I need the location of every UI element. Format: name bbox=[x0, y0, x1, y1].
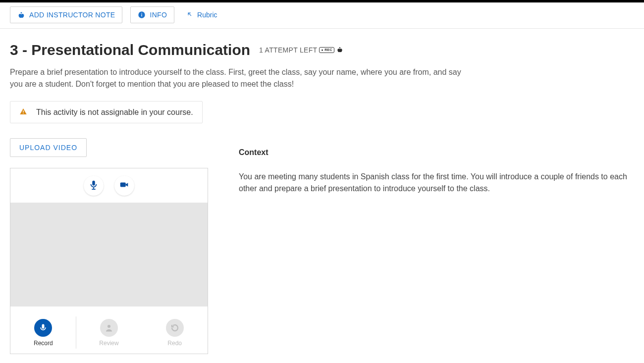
main-row: UPLOAD VIDEO bbox=[10, 138, 634, 354]
warning-icon bbox=[19, 107, 27, 117]
add-instructor-note-button[interactable]: ADD INSTRUCTOR NOTE bbox=[10, 6, 122, 23]
svg-rect-2 bbox=[142, 13, 142, 13]
video-camera-icon bbox=[119, 179, 130, 192]
svg-rect-3 bbox=[23, 110, 23, 112]
mic-toggle-button[interactable] bbox=[84, 176, 104, 196]
warning-text: This activity is not assignable in your … bbox=[36, 108, 193, 117]
apple-icon bbox=[17, 11, 25, 19]
rec-badge-icon: ● REC bbox=[319, 47, 334, 53]
toolbar: ADD INSTRUCTOR NOTE INFO Rubric bbox=[0, 2, 644, 29]
svg-rect-7 bbox=[120, 182, 126, 187]
activity-description: Prepare a brief presentation to introduc… bbox=[10, 66, 471, 90]
add-instructor-note-label: ADD INSTRUCTOR NOTE bbox=[29, 11, 115, 19]
attempts-left: 1 ATTEMPT LEFT ● REC bbox=[259, 46, 343, 54]
arrow-up-left-icon bbox=[186, 11, 193, 19]
rubric-label: Rubric bbox=[197, 11, 217, 19]
context-text: You are meeting many students in Spanish… bbox=[239, 171, 634, 195]
redo-control: Redo bbox=[142, 311, 208, 354]
redo-label: Redo bbox=[167, 340, 182, 347]
recorder-top-controls bbox=[10, 168, 208, 203]
left-column: UPLOAD VIDEO bbox=[10, 138, 218, 354]
rubric-link[interactable]: Rubric bbox=[182, 9, 221, 21]
upload-video-label: UPLOAD VIDEO bbox=[19, 144, 77, 152]
svg-rect-6 bbox=[92, 189, 95, 190]
svg-rect-4 bbox=[23, 113, 23, 113]
camera-toggle-button[interactable] bbox=[114, 176, 134, 196]
redo-icon bbox=[166, 319, 184, 337]
review-icon bbox=[100, 319, 118, 337]
info-button[interactable]: INFO bbox=[130, 6, 174, 23]
video-preview-area bbox=[10, 203, 208, 306]
svg-rect-1 bbox=[142, 14, 142, 17]
recorder-bottom-controls: Record Review Redo bbox=[10, 306, 208, 354]
info-icon bbox=[138, 11, 146, 19]
upload-video-button[interactable]: UPLOAD VIDEO bbox=[10, 138, 87, 157]
recorder-widget: Record Review Redo bbox=[10, 168, 208, 354]
warning-box: This activity is not assignable in your … bbox=[10, 101, 203, 123]
activity-title: 3 - Presentational Communication bbox=[10, 42, 250, 58]
apple-indicator-icon bbox=[336, 46, 343, 54]
review-control: Review bbox=[76, 311, 142, 354]
info-label: INFO bbox=[150, 11, 167, 19]
attempts-text: 1 ATTEMPT LEFT bbox=[259, 46, 317, 54]
review-label: Review bbox=[99, 340, 118, 347]
svg-point-8 bbox=[107, 325, 110, 328]
title-row: 3 - Presentational Communication 1 ATTEM… bbox=[10, 42, 634, 58]
svg-rect-5 bbox=[93, 188, 94, 189]
record-label: Record bbox=[34, 340, 53, 347]
record-control[interactable]: Record bbox=[10, 311, 76, 354]
context-heading: Context bbox=[239, 148, 634, 157]
content-area: 3 - Presentational Communication 1 ATTEM… bbox=[0, 29, 644, 363]
right-column: Context You are meeting many students in… bbox=[239, 138, 634, 354]
microphone-icon bbox=[88, 179, 99, 192]
record-icon bbox=[34, 319, 52, 337]
